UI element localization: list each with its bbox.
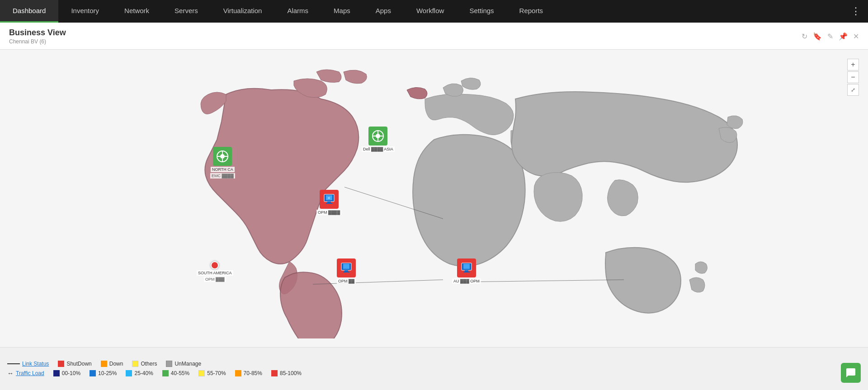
- legend-others: Others: [132, 361, 157, 367]
- traffic-0-10-icon: [53, 370, 60, 376]
- svg-rect-22: [344, 270, 348, 272]
- legend-traffic-85-100: 85-100%: [271, 370, 302, 376]
- svg-point-10: [376, 134, 380, 138]
- svg-point-4: [220, 154, 225, 159]
- svg-line-1: [313, 280, 443, 284]
- node-africa[interactable]: ⊞ OPM ▓▓▓▓: [316, 190, 341, 215]
- traffic-25-40-label: 25-40%: [134, 370, 153, 376]
- traffic-40-55-icon: [162, 370, 169, 376]
- others-color-icon: [132, 361, 138, 367]
- nav-reports[interactable]: Reports: [507, 0, 556, 23]
- down-label: Down: [109, 361, 123, 367]
- svg-text:⊞: ⊞: [328, 197, 330, 199]
- unmanage-color-icon: [166, 361, 172, 367]
- link-line-icon: [7, 363, 20, 364]
- link-status-label[interactable]: Link Status: [22, 361, 49, 367]
- traffic-70-85-icon: [235, 370, 241, 376]
- svg-rect-25: [463, 264, 470, 269]
- legend-traffic-70-85: 70-85%: [235, 370, 262, 376]
- fit-screen-button[interactable]: ⤢: [847, 84, 859, 96]
- traffic-0-10-label: 00-10%: [62, 370, 80, 376]
- nav-alarms[interactable]: Alarms: [274, 0, 321, 23]
- legend-traffic-25-40: 25-40%: [126, 370, 153, 376]
- legend-traffic-40-55: 40-55%: [162, 370, 189, 376]
- legend-shutdown: ShutDown: [58, 361, 91, 367]
- traffic-10-25-icon: [90, 370, 96, 376]
- svg-rect-17: [327, 202, 331, 203]
- svg-rect-21: [343, 264, 349, 269]
- others-label: Others: [141, 361, 157, 367]
- nav-maps[interactable]: Maps: [321, 0, 363, 23]
- map-area: NORTH CA EMC ▓▓▓▓ Dell ▓▓▓▓ ASIA: [0, 50, 868, 347]
- svg-rect-23: [343, 272, 349, 273]
- traffic-load-label[interactable]: Traffic Load: [16, 370, 44, 376]
- traffic-85-100-label: 85-100%: [280, 370, 302, 376]
- legend: Link Status ShutDown Down Others UnManag…: [0, 347, 868, 390]
- zoom-in-button[interactable]: +: [847, 59, 859, 70]
- nav-apps[interactable]: Apps: [363, 0, 404, 23]
- legend-link-status: Link Status: [7, 361, 49, 367]
- nav-workflow[interactable]: Workflow: [404, 0, 457, 23]
- unmanage-label: UnManage: [175, 361, 201, 367]
- legend-down: Down: [101, 361, 123, 367]
- node-south-africa[interactable]: OPM ▓▓: [337, 258, 356, 284]
- zoom-controls: + − ⤢: [847, 59, 859, 96]
- svg-line-2: [461, 280, 624, 282]
- navigation-bar: Dashboard Inventory Network Servers Virt…: [0, 0, 868, 23]
- header-actions: ↻ 🔖 ✎ 📌 ✕: [802, 32, 859, 41]
- traffic-25-40-icon: [126, 370, 132, 376]
- legend-traffic-0-10: 00-10%: [53, 370, 80, 376]
- page-subtitle: Chennai BV (6): [9, 38, 66, 45]
- legend-traffic-load: ↔ Traffic Load: [7, 370, 44, 377]
- refresh-icon[interactable]: ↻: [802, 32, 807, 41]
- node-north-america[interactable]: NORTH CA EMC ▓▓▓▓: [210, 147, 235, 179]
- traffic-arrow-icon: ↔: [7, 370, 14, 377]
- legend-traffic-10-25: 10-25%: [90, 370, 117, 376]
- nav-dashboard[interactable]: Dashboard: [0, 0, 58, 23]
- chat-button[interactable]: [841, 363, 861, 383]
- node-south-america[interactable]: SOUTH AMERICA OPM ▓▓▓: [197, 261, 233, 282]
- nav-settings[interactable]: Settings: [457, 0, 506, 23]
- traffic-10-25-label: 10-25%: [98, 370, 117, 376]
- traffic-55-70-icon: [198, 370, 205, 376]
- node-australia[interactable]: AU ▓▓▓ OPM: [452, 258, 481, 284]
- page-header: Business View Chennai BV (6) ↻ 🔖 ✎ 📌 ✕: [0, 23, 868, 50]
- nav-servers[interactable]: Servers: [162, 0, 211, 23]
- nav-inventory[interactable]: Inventory: [58, 0, 112, 23]
- traffic-55-70-label: 55-70%: [207, 370, 226, 376]
- page-title: Business View: [9, 28, 66, 38]
- traffic-70-85-label: 70-85%: [244, 370, 262, 376]
- svg-rect-27: [463, 272, 470, 273]
- shutdown-color-icon: [58, 361, 64, 367]
- pin-icon[interactable]: 📌: [839, 32, 848, 41]
- node-asia[interactable]: Dell ▓▓▓▓ ASIA: [362, 127, 395, 152]
- edit-icon[interactable]: ✎: [827, 32, 833, 41]
- legend-link-status-row: Link Status ShutDown Down Others UnManag…: [7, 361, 861, 367]
- shutdown-label: ShutDown: [66, 361, 91, 367]
- legend-traffic-55-70: 55-70%: [198, 370, 226, 376]
- nav-virtualization[interactable]: Virtualization: [211, 0, 275, 23]
- svg-rect-18: [326, 203, 332, 204]
- traffic-40-55-label: 40-55%: [171, 370, 189, 376]
- close-icon[interactable]: ✕: [853, 32, 859, 41]
- zoom-out-button[interactable]: −: [847, 71, 859, 83]
- legend-traffic-row: ↔ Traffic Load 00-10% 10-25% 25-40% 40-5…: [7, 370, 861, 377]
- bookmark-icon[interactable]: 🔖: [813, 32, 822, 41]
- world-map[interactable]: NORTH CA EMC ▓▓▓▓ Dell ▓▓▓▓ ASIA: [0, 50, 868, 347]
- traffic-85-100-icon: [271, 370, 278, 376]
- down-color-icon: [101, 361, 107, 367]
- nav-network[interactable]: Network: [112, 0, 162, 23]
- nav-more-button[interactable]: ⋮: [844, 0, 868, 23]
- svg-rect-26: [465, 270, 468, 272]
- legend-unmanage: UnManage: [166, 361, 201, 367]
